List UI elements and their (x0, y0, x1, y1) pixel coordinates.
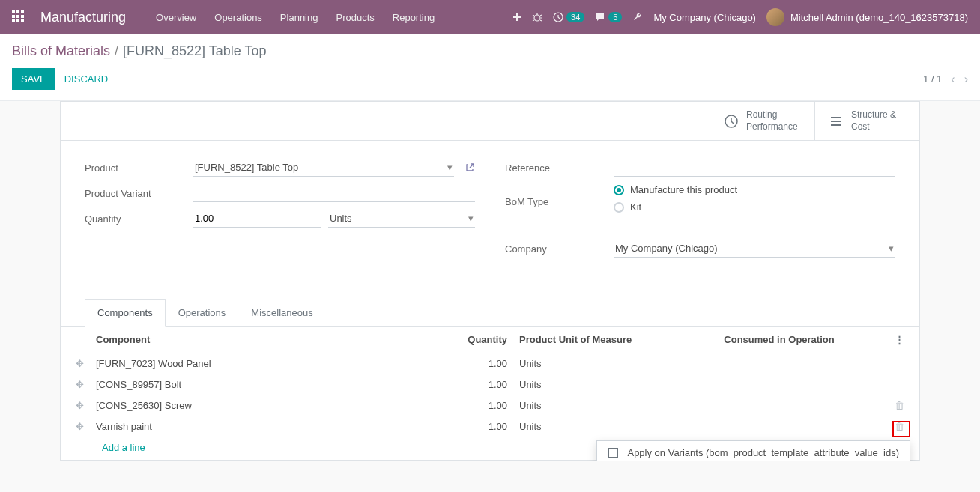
caret-down-icon[interactable]: ▾ (889, 243, 894, 254)
nav-menu: Overview Operations Planning Products Re… (148, 6, 442, 29)
radio-kit[interactable]: Kit (614, 201, 895, 213)
product-label: Product (85, 163, 193, 174)
bug-icon[interactable] (532, 12, 542, 22)
cell-qty[interactable]: 1.00 (453, 374, 513, 395)
unit-input[interactable]: Units ▾ (328, 210, 475, 228)
pager: 1 / 1 ‹ › (923, 73, 968, 86)
nav-planning[interactable]: Planning (273, 6, 326, 29)
variant-label: Product Variant (85, 188, 193, 199)
cell-uom[interactable]: Units (513, 353, 671, 374)
breadcrumb-sep: / (115, 43, 118, 59)
trash-icon[interactable]: 🗑 (888, 395, 910, 416)
save-button[interactable]: SAVE (12, 68, 55, 90)
cell-component[interactable]: [CONS_25630] Screw (90, 395, 453, 416)
drag-handle-icon[interactable]: ✥ (70, 416, 90, 437)
drag-handle-icon[interactable]: ✥ (70, 395, 90, 416)
add-line-link[interactable]: Add a line (96, 436, 151, 459)
breadcrumb-current: [FURN_8522] Table Top (123, 43, 266, 59)
product-input[interactable]: [FURN_8522] Table Top ▾ (193, 159, 454, 177)
col-component[interactable]: Component (90, 327, 453, 353)
routing-line2: Performance (746, 121, 798, 133)
tab-components[interactable]: Components (85, 299, 166, 327)
wrench-icon[interactable] (632, 12, 643, 22)
drag-handle-icon[interactable]: ✥ (70, 374, 90, 395)
avatar (766, 8, 784, 26)
chat-badge-count: 5 (608, 12, 622, 22)
trash-icon[interactable]: 🗑 (888, 416, 910, 437)
components-table: Component Quantity Product Unit of Measu… (70, 327, 910, 458)
columns-dropdown: Apply on Variants (bom_product_template_… (596, 440, 910, 461)
cell-component[interactable]: [FURN_7023] Wood Panel (90, 353, 453, 374)
trash-icon[interactable] (888, 353, 910, 374)
pager-next-icon[interactable]: › (964, 73, 968, 86)
table-row[interactable]: ✥ [CONS_25630] Screw 1.00 Units 🗑 (70, 395, 910, 416)
user-name: Mitchell Admin (demo_140_1623573718) (790, 12, 968, 23)
apps-icon[interactable] (12, 10, 25, 24)
structure-line2: Cost (851, 121, 896, 133)
col-uom[interactable]: Product Unit of Measure (513, 327, 671, 353)
user-menu[interactable]: Mitchell Admin (demo_140_1623573718) (766, 8, 968, 26)
radio-manufacture[interactable]: Manufacture this product (614, 184, 895, 195)
quantity-label: Quantity (85, 213, 193, 225)
app-brand[interactable]: Manufacturing (40, 10, 126, 25)
drag-handle-icon[interactable]: ✥ (70, 353, 90, 374)
list-icon (829, 114, 844, 129)
radio-checked-icon (614, 185, 624, 195)
table-row[interactable]: ✥ [CONS_89957] Bolt 1.00 Units (70, 374, 910, 395)
cell-qty[interactable]: 1.00 (453, 395, 513, 416)
breadcrumb-root[interactable]: Bills of Materials (12, 43, 110, 59)
tab-operations[interactable]: Operations (166, 299, 239, 327)
clock-badge[interactable]: 34 (553, 12, 584, 22)
breadcrumb: Bills of Materials / [FURN_8522] Table T… (0, 34, 980, 65)
routing-performance-button[interactable]: Routing Performance (710, 102, 814, 140)
company-label: Company (505, 243, 614, 255)
cell-qty[interactable]: 1.00 (453, 416, 513, 437)
variant-input[interactable] (193, 184, 475, 202)
cell-uom[interactable]: Units (513, 416, 671, 437)
col-quantity[interactable]: Quantity (453, 327, 513, 353)
company-input[interactable]: My Company (Chicago) ▾ (614, 240, 895, 258)
pager-prev-icon[interactable]: ‹ (951, 73, 955, 86)
company-selector[interactable]: My Company (Chicago) (653, 12, 756, 23)
svg-point-0 (534, 15, 540, 21)
caret-down-icon[interactable]: ▾ (447, 162, 453, 173)
nav-operations[interactable]: Operations (207, 6, 270, 29)
action-bar: SAVE DISCARD 1 / 1 ‹ › (0, 65, 980, 101)
external-link-icon[interactable] (465, 163, 475, 173)
nav-products[interactable]: Products (328, 6, 381, 29)
table-row[interactable]: ✥ [FURN_7023] Wood Panel 1.00 Units (70, 353, 910, 374)
discard-button[interactable]: DISCARD (64, 73, 109, 85)
top-navbar: Manufacturing Overview Operations Planni… (0, 0, 980, 34)
cell-uom[interactable]: Units (513, 374, 671, 395)
clock-badge-count: 34 (566, 12, 584, 22)
caret-down-icon[interactable]: ▾ (468, 213, 474, 224)
columns-kebab-icon[interactable]: ⋮ (895, 334, 904, 345)
tabs: Components Operations Miscellaneous (61, 298, 919, 327)
bom-type-label: BoM Type (505, 196, 614, 207)
col-consumed[interactable]: Consumed in Operation (671, 327, 888, 353)
tab-misc[interactable]: Miscellaneous (238, 299, 325, 327)
trash-icon[interactable] (888, 374, 910, 395)
quantity-input[interactable] (193, 210, 321, 228)
nav-right: 34 5 My Company (Chicago) Mitchell Admin… (512, 8, 968, 26)
routing-line1: Routing (746, 109, 798, 121)
reference-label: Reference (505, 163, 614, 174)
nav-reporting[interactable]: Reporting (385, 6, 442, 29)
cell-uom[interactable]: Units (513, 395, 671, 416)
structure-cost-button[interactable]: Structure & Cost (814, 102, 919, 140)
table-row[interactable]: ✥ Varnish paint 1.00 Units 🗑 (70, 416, 910, 437)
plus-icon[interactable] (512, 13, 521, 22)
cell-qty[interactable]: 1.00 (453, 353, 513, 374)
checkbox-unchecked-icon (608, 448, 618, 458)
stat-button-box: Routing Performance Structure & Cost (61, 102, 919, 141)
structure-line1: Structure & (851, 109, 896, 121)
cell-component[interactable]: Varnish paint (90, 416, 453, 437)
reference-input[interactable] (614, 159, 895, 177)
col-option-variants[interactable]: Apply on Variants (bom_product_template_… (597, 441, 910, 461)
nav-overview[interactable]: Overview (148, 6, 204, 29)
cell-component[interactable]: [CONS_89957] Bolt (90, 374, 453, 395)
pager-text: 1 / 1 (923, 73, 942, 85)
clock-icon (724, 114, 739, 129)
form-sheet: Routing Performance Structure & Cost Pr (60, 101, 920, 461)
chat-badge[interactable]: 5 (595, 12, 622, 22)
